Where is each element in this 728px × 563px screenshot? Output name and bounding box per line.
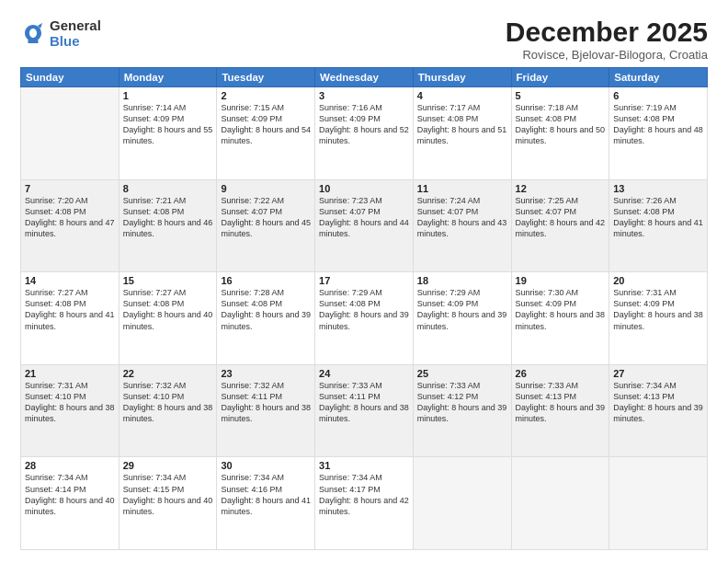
header-saturday: Saturday: [609, 68, 708, 87]
calendar-cell: [609, 457, 708, 550]
calendar-week-row: 21Sunrise: 7:31 AMSunset: 4:10 PMDayligh…: [21, 364, 708, 457]
day-number: 29: [123, 460, 213, 471]
day-number: 4: [417, 90, 507, 101]
day-number: 9: [221, 183, 311, 194]
calendar-cell: 13Sunrise: 7:26 AMSunset: 4:08 PMDayligh…: [609, 179, 708, 272]
day-number: 24: [319, 368, 409, 379]
calendar-cell: 20Sunrise: 7:31 AMSunset: 4:09 PMDayligh…: [609, 272, 708, 365]
day-number: 10: [319, 183, 409, 194]
day-info: Sunrise: 7:33 AMSunset: 4:13 PMDaylight:…: [516, 380, 606, 425]
day-info: Sunrise: 7:34 AMSunset: 4:13 PMDaylight:…: [613, 380, 703, 425]
day-info: Sunrise: 7:18 AMSunset: 4:08 PMDaylight:…: [516, 102, 606, 147]
day-info: Sunrise: 7:27 AMSunset: 4:08 PMDaylight:…: [25, 287, 115, 332]
day-info: Sunrise: 7:28 AMSunset: 4:08 PMDaylight:…: [221, 287, 311, 332]
logo-blue-text: Blue: [50, 34, 101, 50]
day-info: Sunrise: 7:23 AMSunset: 4:07 PMDaylight:…: [319, 195, 409, 240]
day-info: Sunrise: 7:30 AMSunset: 4:09 PMDaylight:…: [516, 287, 606, 332]
calendar-cell: 30Sunrise: 7:34 AMSunset: 4:16 PMDayligh…: [217, 457, 315, 550]
day-info: Sunrise: 7:16 AMSunset: 4:09 PMDaylight:…: [319, 102, 409, 147]
day-info: Sunrise: 7:33 AMSunset: 4:12 PMDaylight:…: [417, 380, 507, 425]
day-number: 27: [613, 368, 703, 379]
day-info: Sunrise: 7:17 AMSunset: 4:08 PMDaylight:…: [417, 102, 507, 147]
calendar-cell: 28Sunrise: 7:34 AMSunset: 4:14 PMDayligh…: [21, 457, 119, 550]
day-info: Sunrise: 7:25 AMSunset: 4:07 PMDaylight:…: [516, 195, 606, 240]
day-number: 22: [123, 368, 213, 379]
day-info: Sunrise: 7:15 AMSunset: 4:09 PMDaylight:…: [221, 102, 311, 147]
day-number: 31: [319, 460, 409, 471]
day-number: 11: [417, 183, 507, 194]
calendar-week-row: 7Sunrise: 7:20 AMSunset: 4:08 PMDaylight…: [21, 179, 708, 272]
weekday-header-row: Sunday Monday Tuesday Wednesday Thursday…: [21, 68, 708, 87]
calendar-week-row: 1Sunrise: 7:14 AMSunset: 4:09 PMDaylight…: [21, 87, 708, 180]
header-sunday: Sunday: [21, 68, 119, 87]
calendar-page: General Blue December 2025 Rovisce, Bjel…: [0, 0, 728, 563]
header-monday: Monday: [119, 68, 217, 87]
calendar-cell: 19Sunrise: 7:30 AMSunset: 4:09 PMDayligh…: [511, 272, 609, 365]
day-info: Sunrise: 7:14 AMSunset: 4:09 PMDaylight:…: [123, 102, 213, 147]
calendar-week-row: 28Sunrise: 7:34 AMSunset: 4:14 PMDayligh…: [21, 457, 708, 550]
day-number: 18: [417, 275, 507, 286]
day-info: Sunrise: 7:20 AMSunset: 4:08 PMDaylight:…: [25, 195, 115, 240]
day-number: 26: [516, 368, 606, 379]
day-number: 25: [417, 368, 507, 379]
day-info: Sunrise: 7:19 AMSunset: 4:08 PMDaylight:…: [613, 102, 703, 147]
day-info: Sunrise: 7:27 AMSunset: 4:08 PMDaylight:…: [123, 287, 213, 332]
day-info: Sunrise: 7:29 AMSunset: 4:08 PMDaylight:…: [319, 287, 409, 332]
calendar-cell: 11Sunrise: 7:24 AMSunset: 4:07 PMDayligh…: [413, 179, 511, 272]
day-number: 28: [25, 460, 115, 471]
calendar-cell: 15Sunrise: 7:27 AMSunset: 4:08 PMDayligh…: [119, 272, 217, 365]
calendar-cell: 6Sunrise: 7:19 AMSunset: 4:08 PMDaylight…: [609, 87, 708, 180]
day-info: Sunrise: 7:26 AMSunset: 4:08 PMDaylight:…: [613, 195, 703, 240]
day-info: Sunrise: 7:21 AMSunset: 4:08 PMDaylight:…: [123, 195, 213, 240]
logo: General Blue: [20, 18, 101, 49]
day-info: Sunrise: 7:22 AMSunset: 4:07 PMDaylight:…: [221, 195, 311, 240]
calendar-cell: 22Sunrise: 7:32 AMSunset: 4:10 PMDayligh…: [119, 364, 217, 457]
calendar-cell: 12Sunrise: 7:25 AMSunset: 4:07 PMDayligh…: [511, 179, 609, 272]
header: General Blue December 2025 Rovisce, Bjel…: [20, 17, 708, 62]
month-title: December 2025: [506, 17, 708, 47]
calendar-cell: 31Sunrise: 7:34 AMSunset: 4:17 PMDayligh…: [315, 457, 414, 550]
header-wednesday: Wednesday: [315, 68, 414, 87]
calendar-cell: 10Sunrise: 7:23 AMSunset: 4:07 PMDayligh…: [315, 179, 414, 272]
day-info: Sunrise: 7:31 AMSunset: 4:10 PMDaylight:…: [25, 380, 115, 425]
calendar-cell: 17Sunrise: 7:29 AMSunset: 4:08 PMDayligh…: [315, 272, 414, 365]
day-info: Sunrise: 7:34 AMSunset: 4:17 PMDaylight:…: [319, 472, 409, 517]
calendar-cell: [21, 87, 119, 180]
logo-icon: [20, 21, 46, 47]
calendar-cell: 5Sunrise: 7:18 AMSunset: 4:08 PMDaylight…: [511, 87, 609, 180]
logo-general-text: General: [50, 18, 101, 34]
calendar-cell: 4Sunrise: 7:17 AMSunset: 4:08 PMDaylight…: [413, 87, 511, 180]
calendar-cell: 21Sunrise: 7:31 AMSunset: 4:10 PMDayligh…: [21, 364, 119, 457]
calendar-cell: 25Sunrise: 7:33 AMSunset: 4:12 PMDayligh…: [413, 364, 511, 457]
day-info: Sunrise: 7:29 AMSunset: 4:09 PMDaylight:…: [417, 287, 507, 332]
day-number: 19: [516, 275, 606, 286]
day-info: Sunrise: 7:34 AMSunset: 4:14 PMDaylight:…: [25, 472, 115, 517]
calendar-cell: 14Sunrise: 7:27 AMSunset: 4:08 PMDayligh…: [21, 272, 119, 365]
day-number: 7: [25, 183, 115, 194]
calendar-cell: 18Sunrise: 7:29 AMSunset: 4:09 PMDayligh…: [413, 272, 511, 365]
calendar-cell: 29Sunrise: 7:34 AMSunset: 4:15 PMDayligh…: [119, 457, 217, 550]
day-number: 13: [613, 183, 703, 194]
day-number: 30: [221, 460, 311, 471]
calendar-cell: 27Sunrise: 7:34 AMSunset: 4:13 PMDayligh…: [609, 364, 708, 457]
day-number: 20: [613, 275, 703, 286]
calendar-cell: 16Sunrise: 7:28 AMSunset: 4:08 PMDayligh…: [217, 272, 315, 365]
day-number: 21: [25, 368, 115, 379]
header-thursday: Thursday: [413, 68, 511, 87]
day-number: 6: [613, 90, 703, 101]
location: Rovisce, Bjelovar-Bilogora, Croatia: [506, 48, 708, 62]
calendar-cell: 8Sunrise: 7:21 AMSunset: 4:08 PMDaylight…: [119, 179, 217, 272]
calendar-week-row: 14Sunrise: 7:27 AMSunset: 4:08 PMDayligh…: [21, 272, 708, 365]
calendar-cell: 23Sunrise: 7:32 AMSunset: 4:11 PMDayligh…: [217, 364, 315, 457]
day-info: Sunrise: 7:32 AMSunset: 4:10 PMDaylight:…: [123, 380, 213, 425]
title-area: December 2025 Rovisce, Bjelovar-Bilogora…: [506, 17, 708, 62]
calendar-cell: [413, 457, 511, 550]
calendar-cell: 2Sunrise: 7:15 AMSunset: 4:09 PMDaylight…: [217, 87, 315, 180]
header-friday: Friday: [511, 68, 609, 87]
calendar-table: Sunday Monday Tuesday Wednesday Thursday…: [20, 67, 708, 550]
day-info: Sunrise: 7:33 AMSunset: 4:11 PMDaylight:…: [319, 380, 409, 425]
calendar-cell: 1Sunrise: 7:14 AMSunset: 4:09 PMDaylight…: [119, 87, 217, 180]
day-number: 8: [123, 183, 213, 194]
day-number: 15: [123, 275, 213, 286]
header-tuesday: Tuesday: [217, 68, 315, 87]
